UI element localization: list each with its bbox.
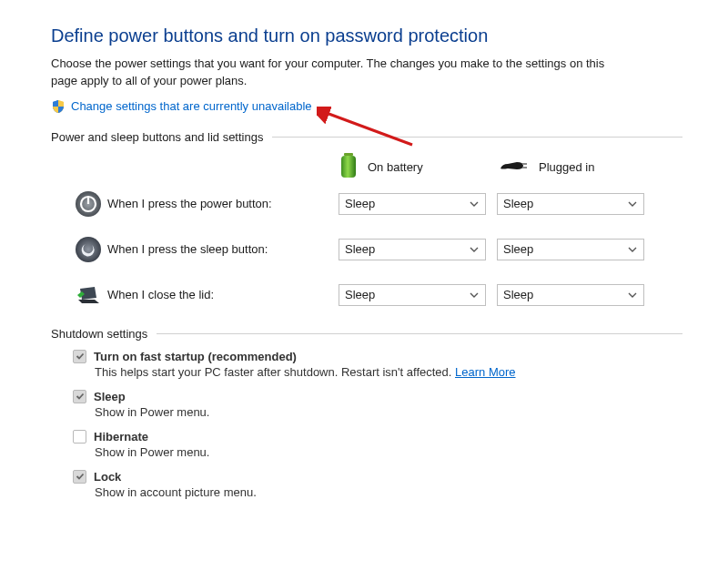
- sleep-title: Sleep: [94, 390, 126, 403]
- lid-battery-dropdown[interactable]: Sleep: [339, 284, 486, 306]
- shutdown-item-sleep: Sleep Show in Power menu.: [73, 390, 682, 419]
- lid-battery-value: Sleep: [345, 288, 375, 301]
- plug-icon: [499, 158, 530, 177]
- divider: [272, 137, 682, 138]
- battery-icon: [339, 153, 359, 181]
- row-sleep-label: When I press the sleep button:: [102, 242, 339, 256]
- col-plugged-label: Plugged in: [539, 160, 594, 174]
- group-header-shutdown-label: Shutdown settings: [51, 327, 147, 341]
- svg-rect-3: [522, 163, 527, 165]
- row-power-label: When I press the power button:: [102, 197, 339, 210]
- group-header-shutdown: Shutdown settings: [51, 327, 682, 341]
- group-header-buttons-label: Power and sleep buttons and lid settings: [51, 130, 263, 144]
- sleep-checkbox[interactable]: [73, 390, 86, 403]
- sleep-plugged-value: Sleep: [503, 242, 533, 256]
- hibernate-title: Hibernate: [94, 430, 148, 444]
- col-battery-label: On battery: [368, 160, 423, 174]
- fast-startup-title: Turn on fast startup (recommended): [94, 350, 297, 363]
- lid-icon: [75, 281, 102, 309]
- shield-icon: [51, 99, 66, 114]
- hibernate-checkbox[interactable]: [73, 430, 86, 444]
- chevron-down-icon: [469, 290, 480, 301]
- page-subtitle: Choose the power settings that you want …: [51, 56, 633, 90]
- chevron-down-icon: [627, 199, 638, 209]
- change-settings-link[interactable]: Change settings that are currently unava…: [71, 99, 312, 113]
- lock-checkbox[interactable]: [73, 470, 86, 484]
- fast-startup-desc: This helps start your PC faster after sh…: [95, 365, 455, 379]
- chevron-down-icon: [469, 244, 480, 255]
- group-header-buttons: Power and sleep buttons and lid settings: [51, 130, 682, 144]
- power-plugged-dropdown[interactable]: Sleep: [497, 193, 644, 215]
- page-title: Define power buttons and turn on passwor…: [51, 25, 682, 46]
- svg-rect-1: [344, 153, 353, 156]
- svg-rect-2: [341, 156, 356, 178]
- sleep-button-icon: [75, 236, 102, 263]
- power-button-icon: [75, 190, 102, 218]
- svg-point-8: [76, 237, 101, 262]
- row-lid-label: When I close the lid:: [102, 288, 339, 301]
- chevron-down-icon: [627, 244, 638, 255]
- sleep-desc: Show in Power menu.: [95, 405, 682, 419]
- lock-desc: Show in account picture menu.: [95, 485, 682, 499]
- divider: [157, 333, 682, 334]
- shutdown-item-hibernate: Hibernate Show in Power menu.: [73, 430, 682, 459]
- power-plugged-value: Sleep: [503, 197, 533, 210]
- power-battery-value: Sleep: [345, 197, 375, 210]
- shutdown-item-lock: Lock Show in account picture menu.: [73, 470, 682, 499]
- hibernate-desc: Show in Power menu.: [95, 445, 682, 459]
- svg-rect-4: [522, 167, 527, 168]
- learn-more-link[interactable]: Learn More: [455, 365, 515, 379]
- chevron-down-icon: [627, 290, 638, 301]
- lid-plugged-dropdown[interactable]: Sleep: [497, 284, 644, 306]
- lock-title: Lock: [94, 470, 121, 484]
- power-battery-dropdown[interactable]: Sleep: [339, 193, 486, 215]
- shutdown-item-fast-startup: Turn on fast startup (recommended) This …: [73, 350, 682, 379]
- sleep-plugged-dropdown[interactable]: Sleep: [497, 239, 644, 260]
- chevron-down-icon: [469, 199, 480, 209]
- lid-plugged-value: Sleep: [503, 288, 533, 301]
- sleep-battery-value: Sleep: [345, 242, 375, 256]
- fast-startup-checkbox[interactable]: [73, 350, 86, 363]
- sleep-battery-dropdown[interactable]: Sleep: [339, 239, 486, 260]
